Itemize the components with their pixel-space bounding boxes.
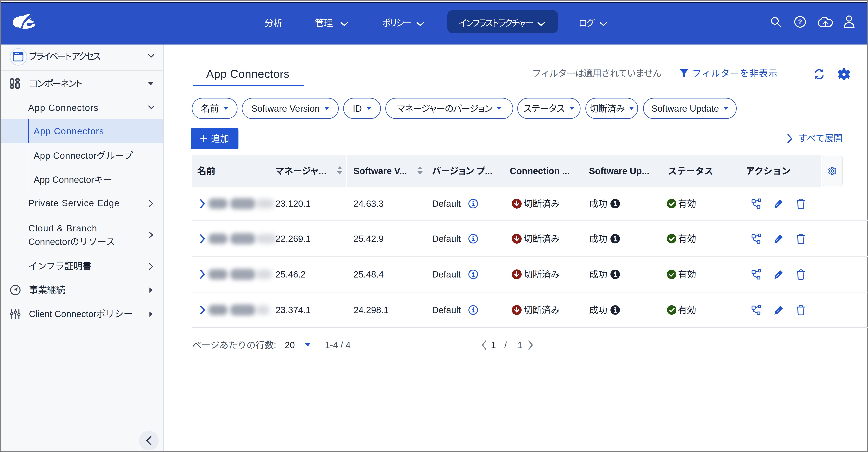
svg-text:?: ?: [798, 18, 802, 25]
